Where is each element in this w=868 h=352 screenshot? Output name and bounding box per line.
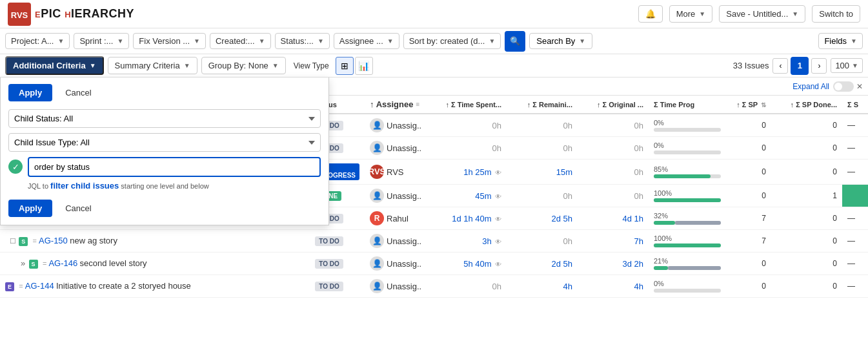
fields-button[interactable]: Fields ▼: [818, 33, 863, 49]
chevron-down-icon: ▼: [57, 37, 64, 45]
progress-cell: 0%: [649, 275, 726, 298]
project-filter[interactable]: Project: A... ▼: [5, 33, 70, 49]
prev-page-button[interactable]: ‹: [772, 58, 788, 74]
apply-button-bottom[interactable]: Apply: [8, 200, 52, 217]
time-spent-cell: 0h: [436, 137, 507, 160]
svg-text:RVS: RVS: [11, 10, 28, 20]
remaining-cell: 0h: [507, 137, 578, 160]
avatar: 👤: [370, 141, 384, 155]
assignee-cell: RVS RVS: [365, 160, 436, 185]
cancel-button-top[interactable]: Cancel: [57, 84, 99, 101]
original-cell: 7h: [578, 230, 649, 253]
jql-row: ✓: [8, 157, 321, 177]
fix-version-filter[interactable]: Fix Version ... ▼: [133, 33, 206, 49]
progress-cell: 100%: [649, 230, 726, 253]
logo: RVS EPIC HIERARCHY: [8, 3, 134, 26]
issue-link[interactable]: AG-146: [48, 258, 77, 268]
progress-cell: 0%: [649, 137, 726, 160]
original-cell: 0h: [578, 114, 649, 137]
time-spent-cell: 0h: [436, 114, 507, 137]
toggle-track[interactable]: [833, 81, 854, 92]
expand-toggle[interactable]: ✕: [833, 81, 863, 92]
top-apply-row: Apply Cancel: [8, 84, 321, 101]
assignee-cell: R Rahul: [365, 207, 436, 230]
original-cell: 0h: [578, 137, 649, 160]
group-by-button[interactable]: Group By: None ▼: [201, 57, 286, 74]
assignee-filter[interactable]: Assignee ... ▼: [334, 33, 399, 49]
progress-cell: 21%: [649, 253, 726, 275]
assignee-cell: 👤 Unassig..: [365, 253, 436, 275]
jql-input[interactable]: [28, 157, 321, 177]
eye-icon: 👁: [495, 193, 501, 200]
more-label: More: [676, 9, 696, 19]
avatar: R: [370, 211, 384, 225]
logo-icon: RVS: [8, 3, 31, 26]
bottom-apply-row: Apply Cancel: [8, 200, 321, 217]
svg-text:RVS: RVS: [370, 167, 384, 176]
s-cell: —: [842, 275, 868, 298]
summary-criteria-button[interactable]: Summary Criteria ▼: [108, 57, 197, 74]
search-by-button[interactable]: Search By ▼: [529, 33, 592, 49]
col-header-original: ↑ Σ Original ...: [578, 96, 649, 114]
story-icon: S: [19, 237, 28, 246]
sprint-filter[interactable]: Sprint :... ▼: [74, 33, 129, 49]
child-status-select[interactable]: Child Status: All: [8, 109, 321, 128]
next-page-button[interactable]: ›: [811, 58, 827, 74]
remaining-cell: 2d 5h: [507, 207, 578, 230]
status-badge: TO DO: [315, 282, 343, 291]
sp-done-cell: 0: [771, 230, 842, 253]
chevron-down-icon: ▼: [699, 10, 705, 17]
eye-icon: 👁: [495, 261, 501, 268]
progress-cell: 100%: [649, 185, 726, 207]
cancel-button-bottom[interactable]: Cancel: [57, 200, 99, 217]
chevron-down-icon: ▼: [90, 62, 96, 69]
sp-cell: 0: [726, 253, 771, 275]
additional-criteria-button[interactable]: Additional Criteria ▼: [5, 56, 104, 75]
original-cell: 0h: [578, 160, 649, 185]
eye-icon: 👁: [495, 216, 501, 223]
apply-button-top[interactable]: Apply: [8, 84, 52, 101]
chart-view-button[interactable]: 📊: [355, 57, 373, 75]
progress-cell: 0%: [649, 114, 726, 137]
eye-icon: 👁: [495, 169, 501, 176]
original-cell: 4h: [578, 275, 649, 298]
avatar: 👤: [370, 118, 384, 132]
expand-all-label[interactable]: Expand All: [792, 82, 829, 91]
issue-link[interactable]: AG-150: [39, 236, 68, 245]
remaining-cell: 15m: [507, 160, 578, 185]
issues-count-section: 33 Issues ‹ 1 › 100 ▼: [733, 57, 863, 75]
child-issue-type-select[interactable]: Child Issue Type: All: [8, 133, 321, 152]
toggle-close-icon[interactable]: ✕: [856, 82, 863, 91]
more-button[interactable]: More ▼: [669, 5, 713, 23]
progress-cell: 85%: [649, 160, 726, 185]
search-icon: 🔍: [510, 36, 520, 46]
status-cell: TO DO: [310, 275, 365, 298]
col-header-progress: Σ Time Prog: [649, 96, 726, 114]
chevron-down-icon: ▼: [792, 10, 798, 17]
col-header-time-spent: ↑ Σ Time Spent...: [436, 96, 507, 114]
rvs-avatar: RVS: [370, 165, 384, 179]
s-cell: [842, 185, 868, 207]
per-page-selector[interactable]: 100 ▼: [831, 58, 863, 73]
page-navigation: ‹ 1 ›: [772, 57, 827, 75]
time-spent-cell: 0h: [436, 275, 507, 298]
issue-link[interactable]: AG-144: [25, 281, 54, 291]
issue-title: Initiative to create a 2 storyed house: [56, 281, 191, 291]
avatar: 👤: [370, 256, 384, 271]
assignee-cell: 👤 Unassig..: [365, 114, 436, 137]
remaining-cell: 0h: [507, 230, 578, 253]
issue-cell: » S = AG-146 second level story: [0, 253, 310, 275]
search-button[interactable]: 🔍: [505, 31, 525, 52]
status-filter[interactable]: Status:... ▼: [275, 33, 330, 49]
bell-button[interactable]: 🔔: [638, 5, 663, 23]
created-filter[interactable]: Created:... ▼: [210, 33, 271, 49]
remaining-cell: 4h: [507, 275, 578, 298]
sp-done-cell: 0: [771, 137, 842, 160]
eye-icon: 👁: [495, 238, 501, 245]
grid-view-button[interactable]: ⊞: [336, 57, 354, 75]
save-button[interactable]: Save - Untitled... ▼: [719, 5, 805, 23]
chevron-down-icon: ▼: [387, 37, 394, 45]
sort-filter[interactable]: Sort by: created (d... ▼: [403, 33, 501, 49]
sp-cell: 0: [726, 160, 771, 185]
switch-button[interactable]: Switch to: [812, 5, 860, 23]
